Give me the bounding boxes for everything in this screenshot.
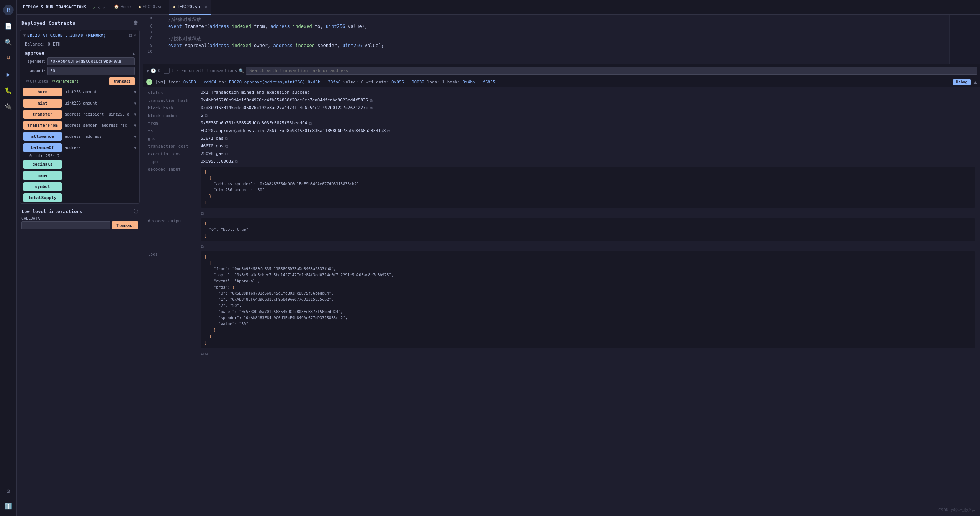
- burn-expand[interactable]: ▼: [134, 90, 136, 94]
- decoded-input-row: decoded input [ { "address spender": "0x…: [148, 167, 975, 216]
- balanceof-row: balanceOf address ▼: [20, 142, 139, 153]
- allowance-expand[interactable]: ▼: [134, 134, 136, 139]
- mint-expand[interactable]: ▼: [134, 101, 136, 105]
- mint-button[interactable]: mint: [23, 99, 62, 108]
- contract-header[interactable]: ▼ ERC20 AT 0XD8B...33FA8 (MEMORY) ⧉ ✕: [20, 30, 139, 40]
- transfer-button[interactable]: transfer: [23, 110, 62, 119]
- copy-calldata-icon: ⧉: [26, 79, 29, 83]
- block-number-copy[interactable]: ⧉: [205, 113, 208, 118]
- transferfrom-button[interactable]: transferFrom: [23, 121, 62, 130]
- gas-copy[interactable]: ⧉: [225, 136, 228, 141]
- transferfrom-expand[interactable]: ▼: [134, 123, 136, 127]
- input-row-detail: input 0x095...00032 ⧉: [148, 159, 975, 164]
- code-5-content: //转账时被释放: [157, 16, 201, 23]
- symbol-button[interactable]: symbol: [23, 182, 62, 191]
- tx-status-dot: ✓: [146, 79, 152, 85]
- tab-ierc20[interactable]: ◆ IERC20.sol ✕: [169, 0, 211, 15]
- decoded-input-copy[interactable]: ⧉: [201, 211, 204, 216]
- decimals-button[interactable]: decimals: [23, 160, 62, 169]
- contract-copy-icon[interactable]: ⧉: [129, 33, 132, 38]
- from-copy[interactable]: ⧉: [309, 121, 312, 126]
- sidebar-icon-info[interactable]: ℹ️: [2, 499, 15, 513]
- logs-copy-1[interactable]: ⧉: [201, 351, 204, 356]
- block-hash-key: block hash: [148, 105, 198, 111]
- tab-erc20[interactable]: ◆ ERC20.sol: [134, 0, 169, 15]
- balance-label: Balance: 0 ETH: [25, 42, 61, 47]
- tx-search-icon[interactable]: 🔍: [239, 68, 244, 73]
- block-hash-copy[interactable]: ⧉: [370, 106, 373, 111]
- sidebar-icon-plugins[interactable]: 🔌: [2, 100, 15, 113]
- sidebar-icon-files[interactable]: 📄: [2, 19, 15, 33]
- balanceof-expand[interactable]: ▼: [134, 145, 136, 150]
- status-key: status: [148, 90, 198, 95]
- sidebar-icon-git[interactable]: ⑂: [2, 51, 15, 65]
- header-check-icon: ✓: [93, 4, 96, 10]
- block-hash-val: 0xd8b91630145edec05076c192e3ad27a4474fc4…: [201, 105, 975, 111]
- to-copy[interactable]: ⧉: [387, 129, 390, 134]
- tx-log-text: [vm] from: 0x5B3...eddC4 to: ERC20.appro…: [155, 80, 950, 85]
- burn-button[interactable]: burn: [23, 88, 62, 96]
- totalsupply-button[interactable]: totalSupply: [23, 193, 62, 202]
- status-row: status 0x1 Transaction mined and executi…: [148, 90, 975, 95]
- trash-icon[interactable]: 🗑: [133, 20, 138, 26]
- from-val: 0x5E38Da6a701c568545dCfcB03FcB875f56bedd…: [201, 121, 975, 126]
- tx-dropdown-arrow[interactable]: ▼: [146, 68, 149, 73]
- transact-button[interactable]: transact: [109, 77, 135, 85]
- to-row: to ERC20.approve(address,uint256) 0xd8b9…: [148, 128, 975, 134]
- approve-section-header[interactable]: approve ▲: [20, 48, 139, 57]
- logs-copy-2[interactable]: ⧉: [205, 351, 208, 356]
- sidebar-icon-deploy[interactable]: ▶: [2, 67, 15, 81]
- decoded-output-block: [ "0": "bool: true" ]: [201, 218, 975, 241]
- body-split: Deployed Contracts 🗑 ▼ ERC20 AT 0XD8B...…: [17, 15, 980, 516]
- exec-cost-copy[interactable]: ⧉: [225, 152, 228, 157]
- tx-log-item: ✓ [vm] from: 0x5B3...eddC4 to: ERC20.app…: [143, 77, 980, 87]
- logs-block: [ [ "from": "0xd8b934580fc835a11B58C6D73…: [201, 251, 975, 348]
- calldata-tab[interactable]: ⧉ Calldata: [25, 78, 50, 84]
- amount-input[interactable]: [47, 67, 135, 75]
- debug-button[interactable]: Debug: [953, 79, 970, 85]
- contract-close-icon[interactable]: ✕: [134, 33, 136, 38]
- spender-input[interactable]: [47, 57, 135, 65]
- svg-text:R: R: [7, 7, 10, 13]
- header-arrow-right[interactable]: ›: [102, 4, 105, 10]
- sidebar-icon-search[interactable]: 🔍: [2, 35, 15, 49]
- parameters-tab[interactable]: ⧉ Parameters: [51, 78, 80, 84]
- allowance-button[interactable]: allowance: [23, 132, 62, 141]
- block-number-key: block number: [148, 113, 198, 118]
- expand-log-icon[interactable]: ▲: [974, 79, 977, 85]
- spender-label: spender:: [25, 59, 46, 64]
- transfer-row: transfer address recipient, uint256 a ▼: [20, 109, 139, 120]
- line-num-8: 8: [143, 36, 157, 42]
- tx-hash-row: transaction hash 0x4bb9f62f0b9d4d1f0e497…: [148, 98, 975, 103]
- logs-val: [ [ "from": "0xd8b934580fc835a11B58C6D73…: [201, 251, 975, 356]
- balanceof-button[interactable]: balanceOf: [23, 143, 62, 152]
- input-copy[interactable]: ⧉: [235, 159, 238, 164]
- copy-params-icon: ⧉: [52, 79, 55, 83]
- code-line-6: 6 event Transfer(address indexed from, a…: [143, 23, 949, 29]
- tx-clock-icon: 🕐: [151, 68, 156, 73]
- tx-hash-copy[interactable]: ⧉: [370, 98, 373, 103]
- to-key: to: [148, 128, 198, 134]
- tx-hash-val: 0x4bb9f62f0b9d4d1f0e4970ec4fb654838f20de…: [201, 98, 975, 103]
- low-level-info-icon[interactable]: ⓘ: [134, 208, 138, 215]
- code-line-8: 8 //授权时被释放: [143, 35, 949, 42]
- tab-home[interactable]: 🏠 Home: [110, 0, 135, 15]
- contract-chevron: ▼: [23, 33, 26, 38]
- amount-label: amount:: [25, 69, 46, 73]
- header-arrow-left[interactable]: ‹: [97, 4, 100, 10]
- block-number-row: block number 5 ⧉: [148, 113, 975, 118]
- calldata-input[interactable]: [21, 221, 110, 229]
- tx-cost-copy[interactable]: ⧉: [225, 144, 228, 149]
- name-button[interactable]: name: [23, 171, 62, 180]
- transfer-expand[interactable]: ▼: [134, 112, 136, 116]
- balanceof-output: 0: uint256: 2: [20, 153, 139, 159]
- gas-row: gas 53671 gas ⧉: [148, 136, 975, 141]
- low-level-transact-button[interactable]: Transact: [112, 221, 138, 229]
- listen-toggle[interactable]: [164, 68, 170, 74]
- sidebar-icon-debug[interactable]: 🐛: [2, 83, 15, 97]
- decoded-output-copy[interactable]: ⧉: [201, 244, 204, 249]
- sidebar-icon-settings[interactable]: ⚙️: [2, 484, 15, 498]
- tab-ierc20-close[interactable]: ✕: [205, 5, 207, 9]
- tx-search-input[interactable]: [246, 67, 977, 75]
- calldata-label: Calldata: [30, 79, 48, 83]
